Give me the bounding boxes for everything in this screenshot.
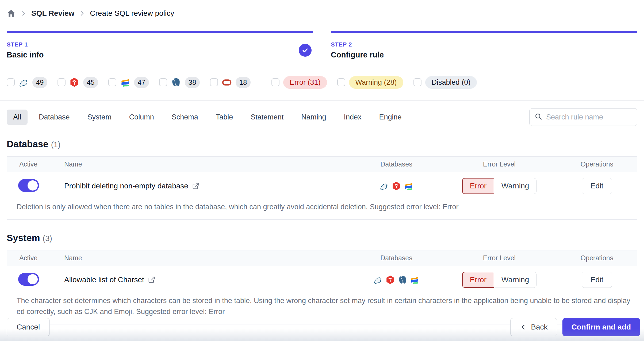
breadcrumb-current-page: Create SQL review policy [90,9,174,18]
filter-oceanbase[interactable]: 47 [108,77,149,88]
error-count-pill[interactable]: Error (31) [283,76,327,89]
oceanbase-icon [120,77,130,87]
breadcrumb-sql-review[interactable]: SQL Review [31,9,74,18]
tab-engine[interactable]: Engine [373,110,408,125]
tab-index[interactable]: Index [337,110,368,125]
back-button[interactable]: Back [510,318,557,336]
error-level-warning-button[interactable]: Warning [494,178,536,194]
column-header-operations: Operations [557,254,637,262]
column-header-databases: Databases [351,254,442,262]
filter-divider [261,76,261,88]
postgresql-checkbox[interactable] [159,78,167,86]
postgresql-count-badge: 38 [185,77,200,88]
external-link-icon[interactable] [192,182,200,190]
table-header-row: Active Name Databases Error Level Operat… [7,250,637,266]
filter-oracle[interactable]: 18 [210,77,251,88]
mysql-checkbox[interactable] [7,78,15,86]
step-2: STEP 2 Configure rule [331,31,637,59]
cancel-button[interactable]: Cancel [7,318,50,336]
error-level-error-button[interactable]: Error [462,272,494,288]
rule-databases [351,181,442,191]
disabled-count-pill[interactable]: Disabled (0) [425,76,477,89]
tab-schema[interactable]: Schema [165,110,205,125]
mysql-count-badge: 49 [32,77,47,88]
column-header-error-level: Error Level [442,160,557,168]
tab-naming[interactable]: Naming [295,110,332,125]
search-box[interactable] [529,108,637,126]
table-row: Prohibit deleting non-empty database Err… [7,172,637,198]
warning-count-pill[interactable]: Warning (28) [349,76,403,89]
tab-all[interactable]: All [7,110,28,125]
filter-mysql[interactable]: 49 [7,77,47,88]
step-1-progress-bar [7,31,313,33]
breadcrumb: SQL Review Create SQL review policy [7,7,644,19]
rule-active-toggle[interactable] [18,179,39,192]
rule-name-link[interactable]: Allowable list of Charset [64,276,144,284]
step-1-title: Basic info [7,51,44,59]
filter-level-disabled[interactable]: Disabled (0) [413,76,477,89]
mysql-icon [379,181,389,191]
disabled-level-checkbox[interactable] [413,78,421,86]
column-header-active: Active [7,254,58,262]
chevron-right-icon [79,10,86,17]
oceanbase-icon [404,181,413,191]
tab-column[interactable]: Column [123,110,160,125]
home-icon[interactable] [7,9,16,18]
category-tabs: All Database System Column Schema Table … [7,108,637,126]
section-count: (3) [43,234,52,243]
mysql-icon [18,77,29,87]
oceanbase-checkbox[interactable] [108,78,116,86]
back-button-label: Back [531,323,547,331]
oracle-icon [222,77,232,87]
section-count: (1) [51,140,60,149]
step-2-progress-bar [331,31,637,33]
chevron-left-icon [520,323,527,331]
search-input[interactable] [546,113,632,121]
edit-button[interactable]: Edit [582,272,612,288]
footer-action-bar: Cancel Back Confirm and add [7,318,640,336]
tidb-icon [392,181,401,191]
oracle-checkbox[interactable] [210,78,218,86]
tab-database[interactable]: Database [32,110,76,125]
rule-active-toggle[interactable] [18,273,39,286]
confirm-and-add-button[interactable]: Confirm and add [562,318,640,336]
section-system-header: System (3) [7,232,637,243]
tidb-checkbox[interactable] [57,78,66,86]
tidb-icon [69,77,79,87]
warning-level-checkbox[interactable] [337,78,345,86]
system-rules-table: Active Name Databases Error Level Operat… [7,250,637,324]
column-header-active: Active [7,160,58,168]
rule-databases [351,275,442,285]
error-level-error-button[interactable]: Error [462,178,494,194]
oceanbase-count-badge: 47 [134,77,149,88]
step-1-label: STEP 1 [7,41,44,48]
error-level-warning-button[interactable]: Warning [494,272,536,288]
tab-statement[interactable]: Statement [244,110,290,125]
oracle-count-badge: 18 [236,77,251,88]
column-header-name: Name [58,254,351,262]
section-database-header: Database (1) [7,139,637,149]
rule-name-link[interactable]: Prohibit deleting non-empty database [64,182,188,190]
tab-table[interactable]: Table [209,110,240,125]
oceanbase-icon [410,275,420,285]
mysql-icon [373,275,383,285]
postgresql-icon [171,77,181,87]
filter-level-warning[interactable]: Warning (28) [337,76,403,89]
divider [0,100,644,101]
tidb-count-badge: 45 [83,77,98,88]
search-icon [534,113,542,122]
column-header-name: Name [58,160,351,168]
external-link-icon[interactable] [148,276,155,284]
error-level-segmented-control: Error Warning [462,178,536,194]
filter-postgresql[interactable]: 38 [159,77,200,88]
filter-tidb[interactable]: 45 [57,77,98,88]
tab-system[interactable]: System [81,110,118,125]
step-1: STEP 1 Basic info [7,31,313,59]
error-level-checkbox[interactable] [271,78,279,86]
postgresql-icon [398,275,407,285]
edit-button[interactable]: Edit [582,178,612,194]
column-header-operations: Operations [557,160,637,168]
section-title: System [7,232,40,243]
table-header-row: Active Name Databases Error Level Operat… [7,157,637,172]
filter-level-error[interactable]: Error (31) [271,76,327,89]
